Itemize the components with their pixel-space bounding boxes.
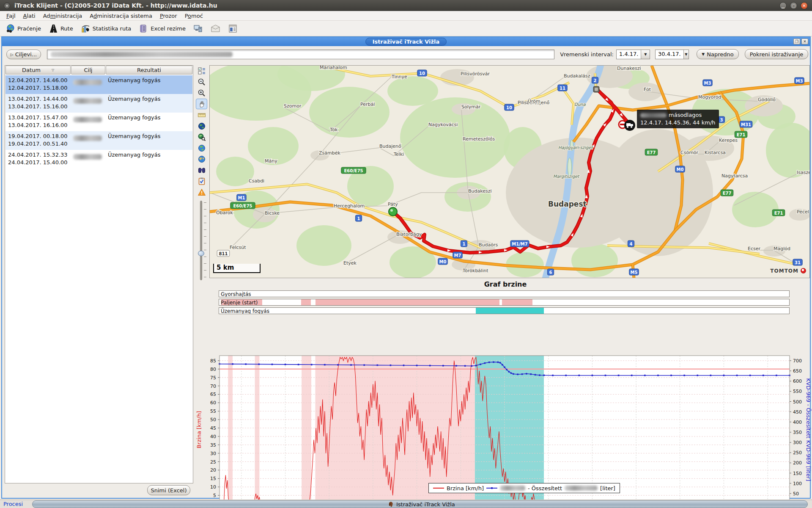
menu-administracija[interactable]: Administracija	[39, 12, 86, 20]
toolbar-mail-icon[interactable]	[208, 22, 223, 35]
toolbar-praćenje[interactable]: Praćenje	[3, 22, 44, 35]
redacted-cilj-value	[73, 80, 102, 85]
menu-prozor[interactable]: Prozor	[156, 12, 181, 20]
map-city-label: Herceghalom	[334, 203, 365, 209]
napredno-button[interactable]: ▼ Napredno	[697, 49, 739, 59]
route-stats-icon	[81, 24, 91, 33]
map-city-label: Mány	[265, 158, 277, 164]
minimize-button[interactable]: ▁	[779, 2, 787, 9]
napredno-label: Napredno	[707, 51, 733, 58]
table-row[interactable]: 12.04.2017. 14.46.00 12.04.2017. 15.18.0…	[5, 75, 192, 94]
table-row[interactable]: 13.04.2017. 14.44.00 13.04.2017. 15.16.0…	[5, 94, 192, 113]
redacted-cilj-value	[73, 117, 102, 122]
clipboard-check-icon	[198, 177, 206, 185]
mdi-titlebar[interactable]: Istraživač iTrack Vižla ❐ ✕	[2, 37, 810, 46]
road-shield-31: 31	[793, 259, 802, 265]
ciljevi-button[interactable]: ▷ Ciljevi...	[6, 50, 41, 59]
mdi-close-button[interactable]: ✕	[801, 39, 808, 44]
road-shield-e60-e75: E60/E75	[341, 167, 366, 174]
menu-fajl[interactable]: Fajl	[3, 12, 19, 20]
svg-text:5: 5	[213, 493, 216, 498]
map-city-label: Csömör	[680, 150, 699, 155]
toolbar-excel-rezime[interactable]: Excel rezime	[136, 22, 189, 35]
toolbar-report-icon[interactable]	[225, 22, 241, 35]
map-tool-clipboard-check-icon[interactable]	[196, 176, 207, 186]
slider-track[interactable]	[200, 201, 202, 280]
taskbar-item[interactable]: Istraživač iTrack Vižla	[32, 500, 808, 508]
interval-to-select[interactable]: 30.4.17. ▼	[655, 50, 689, 59]
road-shield-m5: M5	[629, 269, 639, 275]
table-row[interactable]: 24.04.2017. 15.32.33 24.04.2017. 15.40.0…	[5, 150, 192, 168]
target-input[interactable]	[47, 50, 554, 59]
slider-tick	[204, 236, 206, 237]
row-rezultat: Üzemanyag fogyás	[108, 133, 160, 139]
map-tool-globe-search-icon[interactable]	[196, 132, 207, 142]
toolbar-rute[interactable]: Rute	[46, 22, 76, 35]
column-header-rezultati[interactable]: Rezultati	[106, 66, 192, 75]
svg-text:15: 15	[210, 476, 216, 481]
os-titlebar[interactable]: iTrack Klijent - (C)2005-2017 iData Kft.…	[0, 0, 812, 11]
globe-west-icon	[198, 155, 206, 163]
map-city-label: Fót	[644, 87, 651, 92]
table-row[interactable]: 19.04.2017. 00.18.00 19.04.2017. 00.51.4…	[5, 131, 192, 150]
map-city-label: Csabdi	[249, 178, 264, 184]
map-city-label: Budakeszi	[468, 188, 492, 194]
map-tool-globe-east-icon[interactable]	[196, 143, 207, 153]
map-tool-globe-west-icon[interactable]	[196, 154, 207, 164]
column-header-datum[interactable]: Datum ▽	[5, 66, 71, 75]
window-title: iTrack Klijent - (C)2005-2017 iData Kft.…	[14, 2, 217, 9]
svg-text:1: 1	[357, 216, 360, 221]
svg-text:200: 200	[793, 460, 802, 466]
map-canvas[interactable]: MáriahalomTinnyePilisvörösvárPilisborosj…	[209, 65, 810, 278]
map-city-label: Felcsút	[230, 245, 246, 250]
road-shield-11: 11	[558, 85, 567, 91]
road-shield-e71: E71	[735, 131, 747, 138]
route-waypoint-marker[interactable]	[593, 86, 599, 92]
toolbar-computer-icon[interactable]	[190, 22, 206, 35]
svg-text:M5: M5	[631, 270, 638, 275]
map-city-label: Páty	[388, 202, 398, 207]
toolbar-statistika-ruta[interactable]: Statistika ruta	[78, 22, 134, 35]
map-city-label: Gödöllő	[758, 97, 776, 102]
road-shield-4: 4	[628, 240, 634, 247]
map-city-label: Biatorbágy	[396, 232, 422, 237]
close-button[interactable]: ✕	[801, 2, 808, 9]
slider-thumb[interactable]	[198, 251, 204, 256]
mdi-restore-button[interactable]: ❐	[793, 39, 800, 44]
map-tool-zoom-out-icon[interactable]	[196, 77, 207, 87]
redacted-vehicle-name	[640, 113, 667, 118]
ciljevi-label: Ciljevi...	[15, 51, 37, 58]
menu-pomoć[interactable]: Pomoć	[181, 12, 207, 20]
chevron-down-icon[interactable]: ▼	[683, 50, 689, 59]
procesi-link[interactable]: Procesi	[3, 501, 23, 507]
redacted-cilj-value	[73, 98, 102, 104]
map-tool-layers-icon[interactable]	[196, 66, 207, 76]
interval-from-select[interactable]: 1.4.17. ▼	[616, 50, 650, 59]
maximize-button[interactable]: ▢	[790, 2, 797, 9]
map-city-label: Máriahalom	[320, 66, 347, 70]
map-tool-globe-dark-icon[interactable]	[196, 121, 207, 131]
menu-administracija-sistema[interactable]: Administracija sistema	[86, 12, 156, 20]
map-tool-zoom-in-icon[interactable]	[196, 88, 207, 98]
row-rezultat: Üzemanyag fogyás	[108, 77, 160, 83]
map-tool-pan-hand-icon[interactable]	[196, 99, 207, 109]
menu-alati[interactable]: Alati	[19, 12, 39, 20]
redacted-cilj-value	[73, 154, 102, 160]
zoom-in-icon	[198, 89, 206, 97]
table-row[interactable]: 13.04.2017. 15.47.00 13.04.2017. 16.16.0…	[5, 113, 192, 131]
map-tool-ruler-icon[interactable]	[196, 110, 207, 120]
mdi-window-tab[interactable]: Istraživač iTrack Vižla	[365, 38, 447, 46]
run-search-button[interactable]: Pokreni istraživanje	[745, 49, 808, 59]
map-city-label: Szomor	[284, 103, 302, 109]
ruler-icon	[198, 111, 206, 119]
route-start-marker[interactable]	[389, 207, 397, 216]
column-header-cilj[interactable]: Cilj	[71, 66, 105, 75]
svg-text:11: 11	[560, 86, 565, 91]
map-zoom-slider[interactable]	[195, 201, 208, 281]
map-tool-warning-icon[interactable]	[196, 187, 207, 197]
map-tool-binoculars-icon[interactable]	[196, 165, 207, 175]
svg-text:600: 600	[793, 378, 802, 384]
svg-text:450: 450	[793, 409, 802, 415]
chevron-down-icon[interactable]: ▼	[641, 50, 650, 59]
slider-tick	[204, 257, 206, 257]
